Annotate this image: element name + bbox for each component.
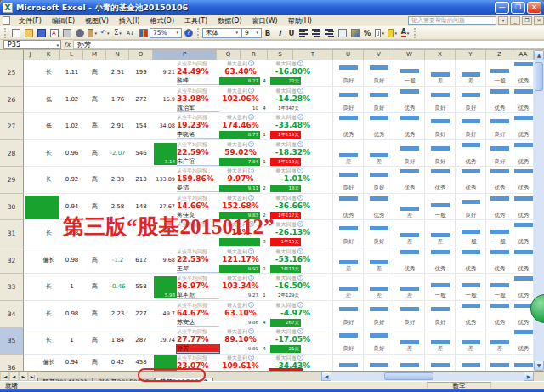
menu-item-view[interactable]: 视图(V) (80, 17, 114, 25)
permission-icon[interactable]: A (48, 27, 60, 38)
cell-value[interactable]: 1 (60, 274, 83, 301)
row-header-35[interactable]: 35 (0, 327, 24, 355)
percent-value[interactable]: 121.17% (214, 255, 267, 264)
score-cell[interactable]: 7.84 (219, 158, 260, 166)
column-header-O[interactable]: O (129, 50, 153, 60)
info-icon[interactable]: ? (248, 355, 254, 361)
cell-value[interactable]: 213 (129, 167, 153, 194)
percent-value[interactable]: -14.28% (268, 94, 310, 104)
count-cell[interactable]: 2 (260, 265, 269, 273)
rating-cell[interactable]: 良好 (333, 60, 364, 87)
rating-cell[interactable]: 差 (333, 274, 364, 301)
percent-value[interactable]: -36.66% (268, 202, 310, 211)
rating-cell[interactable] (513, 355, 534, 372)
column-header-AA[interactable]: AA (513, 50, 534, 60)
column-header-P[interactable]: P (153, 50, 217, 60)
align-left-icon[interactable] (298, 27, 309, 38)
rating-cell[interactable]: 差 (425, 327, 456, 355)
column-header-X[interactable]: X (425, 50, 456, 60)
cell-value[interactable]: 227 (129, 301, 153, 328)
cell-value[interactable]: 高 (83, 327, 106, 355)
cell-value[interactable]: 0.92 (60, 167, 83, 194)
rating-cell[interactable] (425, 355, 456, 372)
workbook-restore-button[interactable]: ❐ (522, 16, 532, 25)
cell-value[interactable]: 高 (83, 167, 106, 194)
scroll-left-icon[interactable]: ◀ (321, 372, 332, 381)
tenure-cell[interactable]: 21天 (270, 345, 301, 353)
tenure-cell[interactable]: 1年15天 (270, 238, 301, 246)
percent-value[interactable]: -1.01% (268, 174, 310, 184)
info-icon[interactable]: ? (298, 221, 303, 227)
autosum-icon[interactable]: Σ▾ (112, 27, 123, 38)
percent-value[interactable]: 9.97% (214, 174, 267, 184)
rating-cell[interactable]: 优秀 (364, 113, 394, 140)
select-all-corner[interactable] (0, 50, 24, 60)
column-header-J[interactable]: J (24, 50, 37, 60)
rating-cell[interactable]: 优秀 (513, 113, 534, 140)
manager-name-cell[interactable]: 朱广谊 (177, 157, 219, 166)
horizontal-scroll-thumb[interactable] (384, 372, 434, 380)
row-header-28[interactable]: 28 (0, 140, 24, 168)
cell-value[interactable]: -0.46 (106, 274, 129, 301)
help-dropdown-icon[interactable]: ▾ (498, 16, 508, 25)
selected-cell-manager-name[interactable]: 孙芳 (177, 344, 219, 353)
rating-cell[interactable]: 优秀 (513, 87, 534, 114)
rating-cell[interactable]: 一般 (486, 220, 513, 247)
rating-cell[interactable]: 优秀 (513, 220, 534, 247)
rating-cell[interactable]: 差 (456, 60, 486, 87)
rating-cell[interactable]: 优秀 (394, 113, 425, 140)
cell-value[interactable]: 1.84 (106, 327, 129, 355)
manager-name-cell[interactable]: 单本彪 (177, 291, 219, 299)
search-icon[interactable] (74, 27, 85, 38)
rating-cell[interactable]: 良好 (394, 140, 425, 168)
column-header-R[interactable]: R (241, 50, 268, 60)
rating-cell[interactable]: 优秀 (513, 60, 534, 87)
cell-value[interactable]: 458 (129, 355, 153, 370)
info-icon[interactable]: ? (248, 195, 254, 201)
rating-cell[interactable] (394, 355, 425, 372)
cell-value[interactable]: 154 (129, 113, 153, 140)
cell-value[interactable]: 低 (37, 87, 60, 114)
manager-name-cell[interactable]: 晏清 (177, 184, 219, 192)
column-header-U[interactable]: U (333, 50, 364, 60)
cell-value[interactable]: 高 (83, 140, 106, 168)
rating-cell[interactable]: 差 (394, 220, 425, 247)
cell-value[interactable]: 长 (37, 327, 60, 355)
score-cell[interactable]: 9.89 (219, 345, 260, 353)
rating-cell[interactable]: 良好 (333, 301, 364, 328)
font-size-select[interactable]: 9▾ (241, 28, 262, 38)
paste-icon[interactable]: ▾ (87, 27, 98, 38)
borders-icon[interactable]: ▾ (374, 27, 385, 38)
column-header-S[interactable]: S (268, 50, 293, 60)
cell-value[interactable]: 高 (83, 274, 106, 301)
tenure-cell[interactable]: 1年113天 (270, 158, 301, 166)
phonetic-guide-icon[interactable] (349, 27, 360, 38)
cell-value[interactable]: 2.91 (106, 113, 129, 140)
rating-cell[interactable]: 一般 (425, 194, 456, 221)
percent-value[interactable]: -33.48% (268, 121, 310, 130)
cell-value[interactable]: 长 (37, 60, 60, 87)
info-icon[interactable]: ? (248, 168, 254, 173)
info-icon[interactable]: ? (298, 141, 303, 147)
underline-button[interactable]: U (286, 27, 297, 38)
rating-cell[interactable]: 优秀 (394, 167, 425, 194)
cell-value[interactable]: 1.02 (60, 113, 83, 140)
info-icon[interactable]: ? (298, 328, 303, 334)
cell-value[interactable]: 高 (83, 60, 106, 87)
tenure-cell[interactable]: 1年347天 (270, 105, 301, 112)
rating-cell[interactable]: 优秀 (394, 87, 425, 114)
cell-value[interactable]: 9.68 (151, 247, 175, 275)
count-cell[interactable]: 4 (260, 105, 269, 112)
cell-value[interactable]: 偏长 (37, 247, 60, 275)
tenure-cell[interactable]: 22天 (270, 77, 301, 85)
rating-cell[interactable]: 优秀 (333, 113, 364, 140)
column-header-N[interactable]: N (106, 50, 129, 60)
rating-cell[interactable]: 优秀 (486, 167, 513, 194)
merge-center-icon[interactable] (337, 27, 348, 38)
rating-cell[interactable]: 良好 (425, 113, 456, 140)
column-header-K[interactable]: K (37, 50, 60, 60)
bold-button[interactable]: B (263, 27, 273, 38)
column-header-L[interactable]: L (60, 50, 83, 60)
rating-cell[interactable]: 一般 (425, 274, 456, 301)
rating-cell[interactable]: 良好 (425, 301, 456, 328)
